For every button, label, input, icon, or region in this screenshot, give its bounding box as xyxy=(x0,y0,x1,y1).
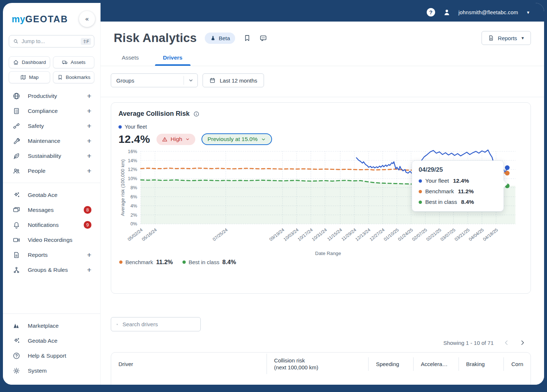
chart-bottom-legend: Benchmark11.2%Best in class8.4% xyxy=(118,259,523,266)
expand-plus-icon[interactable]: + xyxy=(87,152,91,160)
svg-text:09/19/24: 09/19/24 xyxy=(268,227,285,242)
sidebar-item-marketplace[interactable]: Marketplace xyxy=(3,318,100,333)
expand-plus-icon[interactable]: + xyxy=(87,92,91,100)
svg-text:8%: 8% xyxy=(131,185,137,190)
reports-button[interactable]: Reports ▼ xyxy=(482,31,531,45)
sidebar-item-maintenance[interactable]: Maintenance+ xyxy=(3,133,100,148)
home-icon xyxy=(13,59,19,65)
sidebar-item-sustainability[interactable]: Sustainability+ xyxy=(3,148,100,163)
svg-text:04/04/25: 04/04/25 xyxy=(468,227,484,242)
sidebar-section-main: Productivity+ Compliance+ Safety+ Mainte… xyxy=(3,88,100,178)
svg-text:05/02/24: 05/02/24 xyxy=(127,227,143,242)
sidebar-item-system[interactable]: System xyxy=(3,363,100,378)
tabs: Assets Drivers xyxy=(101,45,544,66)
map-icon xyxy=(20,74,26,80)
svg-text:11/15/24: 11/15/24 xyxy=(327,227,343,242)
sidebar-item-notifications[interactable]: Notifications9 xyxy=(3,217,100,232)
user-email[interactable]: johnsmith@fleetabc.com xyxy=(459,9,518,15)
search-drivers-input[interactable] xyxy=(122,321,195,327)
bookmark-icon xyxy=(57,74,63,80)
column-header-speeding[interactable]: Speeding xyxy=(368,357,413,371)
svg-text:03/21/25: 03/21/25 xyxy=(454,227,471,242)
sidebar-item-productivity[interactable]: Productivity+ xyxy=(3,88,100,103)
hierarchy-icon xyxy=(12,266,20,274)
sidebar: myGEOTAB « Jump to... ⇧F DashboardAssets… xyxy=(3,3,101,385)
svg-text:07/25/24: 07/25/24 xyxy=(212,227,229,242)
sidebar-item-compliance[interactable]: Compliance+ xyxy=(3,103,100,118)
expand-plus-icon[interactable]: + xyxy=(87,122,91,130)
chart-title: Average Collision Risk xyxy=(118,110,189,118)
tooltip-row-best-in-class: Best in class8.4% xyxy=(419,199,497,205)
search-icon xyxy=(13,38,19,44)
sidebar-item-messages[interactable]: Messages8 xyxy=(3,202,100,217)
next-page-icon[interactable] xyxy=(519,339,526,346)
expand-plus-icon[interactable]: + xyxy=(87,167,91,175)
sidebar-item-people[interactable]: People+ xyxy=(3,163,100,178)
column-header-corn[interactable]: Corn xyxy=(503,357,531,371)
date-range-button[interactable]: Last 12 months xyxy=(203,73,264,87)
svg-text:10/31/24: 10/31/24 xyxy=(311,227,328,242)
keyboard-shortcut-badge: ⇧F xyxy=(81,38,91,45)
sidebar-divider xyxy=(3,183,100,183)
jump-to-placeholder: Jump to... xyxy=(22,38,78,44)
svg-text:0%: 0% xyxy=(131,221,137,227)
current-risk-value: 12.4% xyxy=(118,133,150,145)
search-icon xyxy=(116,321,118,328)
sidebar-item-groups-rules[interactable]: Groups & Rules+ xyxy=(3,262,100,277)
sidebar-item-geotab-ace[interactable]: Geotab Ace xyxy=(3,333,100,348)
svg-text:04/18/25: 04/18/25 xyxy=(482,227,499,242)
search-drivers-box[interactable] xyxy=(111,317,201,331)
svg-text:10/17/24: 10/17/24 xyxy=(297,227,314,242)
risk-level-badge[interactable]: High xyxy=(156,134,196,145)
beta-badge: Beta xyxy=(205,33,235,44)
column-header-driver[interactable]: Driver xyxy=(111,357,267,371)
expand-plus-icon[interactable]: + xyxy=(87,251,91,259)
info-icon[interactable] xyxy=(193,111,200,117)
user-avatar-icon[interactable] xyxy=(442,8,451,17)
svg-text:6%: 6% xyxy=(131,194,137,199)
video-icon xyxy=(12,236,20,244)
page-title: Risk Analytics xyxy=(114,31,197,45)
your-fleet-legend-dot xyxy=(118,125,122,129)
user-menu-caret-icon[interactable]: ▼ xyxy=(526,10,530,15)
belt-icon xyxy=(12,122,20,130)
sidebar-section-tools: Geotab Ace Messages8 Notifications9 Vide… xyxy=(3,187,100,277)
svg-text:10/03/24: 10/03/24 xyxy=(283,227,299,242)
leaf-icon xyxy=(12,152,20,160)
feedback-comment-icon[interactable] xyxy=(259,34,267,42)
svg-text:02/21/25: 02/21/25 xyxy=(425,227,442,242)
quick-link-assets[interactable]: Assets xyxy=(53,56,94,68)
bookmark-page-icon[interactable] xyxy=(243,34,251,42)
expand-plus-icon[interactable]: + xyxy=(87,107,91,115)
sidebar-item-video-recordings[interactable]: Video Recordings xyxy=(3,232,100,247)
previous-page-icon[interactable] xyxy=(503,339,510,346)
svg-text:Date Range: Date Range xyxy=(315,251,341,256)
column-header-accelera[interactable]: Accelera… xyxy=(413,357,459,371)
sidebar-item-safety[interactable]: Safety+ xyxy=(3,118,100,133)
column-header-braking[interactable]: Braking xyxy=(459,357,504,371)
sidebar-divider xyxy=(3,313,100,314)
your-fleet-legend-label: Your fleet xyxy=(125,124,147,130)
previous-value-badge[interactable]: Previously at 15.0% xyxy=(201,133,272,145)
quick-link-dashboard[interactable]: Dashboard xyxy=(9,56,50,68)
quick-link-map[interactable]: Map xyxy=(9,71,50,83)
column-header-collision-risk[interactable]: Collision risk(next 100,000 km) xyxy=(267,354,369,374)
sidebar-collapse-button[interactable]: « xyxy=(79,11,95,27)
svg-text:2%: 2% xyxy=(131,212,137,218)
help-icon[interactable]: ? xyxy=(427,8,435,16)
jump-to-search[interactable]: Jump to... ⇧F xyxy=(9,35,94,47)
expand-plus-icon[interactable]: + xyxy=(87,266,91,274)
groups-dropdown-label: Groups xyxy=(111,77,184,84)
sidebar-item-reports[interactable]: Reports+ xyxy=(3,247,100,262)
svg-text:05/16/24: 05/16/24 xyxy=(141,227,158,242)
tab-drivers[interactable]: Drivers xyxy=(155,53,190,66)
help-icon xyxy=(12,352,20,360)
tab-assets[interactable]: Assets xyxy=(114,53,147,66)
groups-dropdown[interactable]: Groups xyxy=(111,73,198,87)
svg-text:16%: 16% xyxy=(128,149,137,154)
expand-plus-icon[interactable]: + xyxy=(87,137,91,145)
sidebar-item-help-support[interactable]: Help & Support xyxy=(3,348,100,363)
quick-link-bookmarks[interactable]: Bookmarks xyxy=(53,71,94,83)
average-collision-risk-card: Average Collision Risk Your fleet 12.4% … xyxy=(111,102,531,294)
sidebar-item-geotab-ace[interactable]: Geotab Ace xyxy=(3,187,100,202)
